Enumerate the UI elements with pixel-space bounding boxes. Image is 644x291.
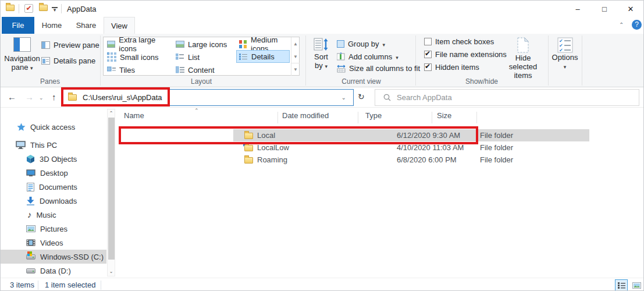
- gallery-expand-icon[interactable]: ▼: [291, 63, 300, 76]
- address-bar[interactable]: C:\Users\rui_s\AppData ⌄: [63, 89, 354, 106]
- ribbon-tab-bar: File Home Share View ⌃ ?: [1, 17, 643, 34]
- file-type: File folder: [480, 131, 513, 140]
- maximize-button[interactable]: □: [591, 1, 618, 17]
- column-divider[interactable]: [358, 112, 358, 123]
- layout-large-icons[interactable]: Large icons: [173, 38, 236, 51]
- group-label-layout: Layout: [175, 77, 227, 86]
- column-header-name[interactable]: Name: [124, 111, 144, 120]
- sidebar-item-desktop[interactable]: Desktop: [1, 166, 106, 180]
- status-bar: 3 items 1 item selected: [1, 278, 643, 291]
- details-icon: [239, 53, 248, 61]
- scroll-up-icon[interactable]: ⌃: [108, 111, 115, 116]
- details-pane-button[interactable]: Details pane: [41, 56, 95, 65]
- sidebar-item-pictures[interactable]: Pictures: [1, 222, 106, 236]
- column-header-size[interactable]: Size: [437, 111, 451, 120]
- layout-small-icons[interactable]: Small icons: [105, 51, 172, 63]
- size-all-columns-button[interactable]: Size all columns to fit: [337, 64, 420, 73]
- dropdown-caret-icon: [564, 62, 567, 72]
- new-folder-icon[interactable]: [39, 5, 48, 11]
- minimize-button[interactable]: –: [564, 1, 591, 17]
- item-check-boxes-checkbox[interactable]: Item check boxes: [424, 37, 494, 46]
- group-divider: [548, 36, 549, 86]
- add-columns-button[interactable]: Add columns: [337, 51, 399, 62]
- address-dropdown-caret-icon[interactable]: ⌄: [341, 94, 346, 101]
- tab-file[interactable]: File: [2, 17, 34, 34]
- file-type: File folder: [480, 143, 513, 152]
- music-note-icon: ♪: [27, 211, 32, 218]
- preview-pane-icon: [41, 41, 50, 49]
- computer-icon: [16, 141, 26, 149]
- sidebar-item-windows-ssd[interactable]: Windows-SSD (C:): [1, 250, 106, 264]
- details-view-button[interactable]: [615, 279, 628, 291]
- file-row-locallow[interactable]: LocalLow 4/10/2020 11:03 AM File folder: [233, 141, 589, 154]
- details-view-icon: [618, 282, 625, 289]
- group-by-button[interactable]: Group by: [337, 38, 385, 49]
- refresh-icon[interactable]: ↻: [358, 92, 365, 101]
- layout-extra-large-icons[interactable]: Extra large icons: [105, 38, 172, 51]
- dropdown-caret-icon: [30, 63, 33, 72]
- gallery-scroll-down-icon[interactable]: ▼: [291, 50, 300, 63]
- star-icon: [17, 123, 26, 132]
- column-divider[interactable]: [432, 112, 432, 123]
- thumbnails-view-button[interactable]: [630, 279, 643, 291]
- layout-content[interactable]: Content: [173, 63, 236, 76]
- large-icons-icon: [176, 41, 184, 48]
- tab-share[interactable]: Share: [69, 17, 103, 34]
- collapse-ribbon-icon[interactable]: ⌃: [619, 22, 624, 28]
- hidden-items-checkbox[interactable]: Hidden items: [424, 63, 479, 72]
- properties-check-icon[interactable]: ✔: [24, 4, 33, 13]
- file-name: LocalLow: [257, 143, 289, 152]
- column-header-type[interactable]: Type: [365, 111, 382, 120]
- layout-details[interactable]: Details: [236, 50, 290, 63]
- close-button[interactable]: ✕: [617, 1, 644, 17]
- search-box[interactable]: Search AppData: [375, 89, 639, 106]
- preview-pane-button[interactable]: Preview pane: [41, 41, 99, 49]
- layout-tiles[interactable]: Tiles: [105, 63, 172, 76]
- scrollbar-thumb[interactable]: [108, 118, 115, 260]
- layout-medium-icons[interactable]: Medium icons: [236, 38, 290, 51]
- layout-list[interactable]: List: [173, 51, 236, 63]
- sort-by-button[interactable]: Sort by: [309, 37, 333, 71]
- file-row-roaming[interactable]: Roaming 6/8/2020 6:00 PM File folder: [233, 154, 589, 166]
- sidebar-item-downloads[interactable]: Downloads: [1, 194, 106, 208]
- window-title: AppData: [67, 5, 97, 13]
- drive-icon: [26, 268, 35, 274]
- list-icon: [176, 54, 184, 61]
- file-row-local[interactable]: Local 6/12/2020 9:30 AM File folder: [233, 129, 589, 141]
- column-header-date-modified[interactable]: Date modified: [282, 111, 329, 120]
- hide-selected-items-button[interactable]: Hide selected items: [503, 37, 543, 80]
- sidebar-item-music[interactable]: ♪ Music: [1, 208, 106, 222]
- help-icon[interactable]: ?: [632, 20, 642, 30]
- sidebar-item-this-pc[interactable]: This PC: [1, 138, 106, 152]
- drive-windows-icon: [26, 254, 35, 260]
- folder-icon: [68, 94, 77, 101]
- back-icon[interactable]: ←: [8, 92, 16, 102]
- details-pane-icon: [41, 57, 50, 65]
- recent-locations-caret-icon[interactable]: ⌄: [39, 95, 44, 101]
- sidebar-item-videos[interactable]: Videos: [1, 236, 106, 250]
- sidebar-item-3d-objects[interactable]: 3D Objects: [1, 152, 106, 166]
- tab-home[interactable]: Home: [35, 17, 68, 34]
- address-path[interactable]: C:\Users\rui_s\AppData: [83, 93, 162, 102]
- group-divider: [582, 36, 582, 86]
- tab-view[interactable]: View: [104, 17, 135, 34]
- sidebar-item-documents[interactable]: Documents: [1, 180, 106, 194]
- navigation-pane-button[interactable]: Navigation pane: [5, 37, 39, 73]
- search-placeholder: Search AppData: [397, 93, 452, 102]
- sidebar-scrollbar[interactable]: ⌃ ⌄: [107, 109, 115, 276]
- file-name-extensions-checkbox[interactable]: File name extensions: [424, 50, 507, 59]
- content-icon: [176, 66, 184, 74]
- size-columns-icon: [337, 64, 346, 73]
- scroll-down-icon[interactable]: ⌄: [108, 269, 115, 274]
- quick-access-toolbar-caret-icon[interactable]: ▾: [52, 7, 58, 12]
- sidebar-item-quick-access[interactable]: Quick access: [1, 120, 106, 134]
- options-button[interactable]: ✔✔✔ Options: [550, 37, 580, 72]
- up-icon[interactable]: ↑: [52, 92, 56, 102]
- column-divider[interactable]: [476, 112, 477, 123]
- gallery-scroll-up-icon[interactable]: ▲: [291, 37, 300, 50]
- film-icon: [26, 239, 35, 246]
- forward-icon[interactable]: →: [25, 92, 34, 102]
- sidebar-item-data-drive[interactable]: Data (D:): [1, 264, 106, 278]
- dropdown-caret-icon: [382, 38, 385, 49]
- column-divider[interactable]: [277, 112, 278, 123]
